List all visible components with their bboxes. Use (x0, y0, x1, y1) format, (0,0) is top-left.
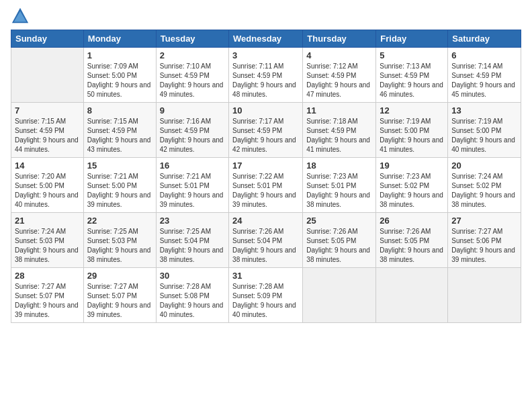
calendar-cell: 4Sunrise: 7:12 AMSunset: 4:59 PMDaylight… (303, 48, 376, 103)
day-number: 4 (306, 50, 372, 60)
logo (11, 7, 32, 26)
weekday-header-wednesday: Wednesday (229, 30, 303, 48)
day-info: Sunrise: 7:19 AMSunset: 5:00 PMDaylight:… (380, 117, 444, 154)
day-number: 21 (15, 216, 80, 226)
day-info: Sunrise: 7:15 AMSunset: 4:59 PMDaylight:… (87, 117, 152, 154)
calendar-cell: 7Sunrise: 7:15 AMSunset: 4:59 PMDaylight… (11, 103, 84, 158)
calendar-cell: 5Sunrise: 7:13 AMSunset: 4:59 PMDaylight… (376, 48, 448, 103)
calendar-cell: 22Sunrise: 7:25 AMSunset: 5:03 PMDayligh… (83, 213, 156, 268)
calendar-cell: 8Sunrise: 7:15 AMSunset: 4:59 PMDaylight… (83, 103, 156, 158)
day-info: Sunrise: 7:28 AMSunset: 5:09 PMDaylight:… (232, 282, 299, 320)
calendar-cell: 18Sunrise: 7:23 AMSunset: 5:01 PMDayligh… (303, 158, 376, 213)
calendar-cell: 21Sunrise: 7:24 AMSunset: 5:03 PMDayligh… (11, 213, 84, 268)
day-number: 30 (160, 271, 225, 281)
weekday-header-row: SundayMondayTuesdayWednesdayThursdayFrid… (11, 30, 521, 48)
day-number: 2 (160, 50, 225, 60)
calendar-cell (303, 268, 376, 323)
calendar-cell: 24Sunrise: 7:26 AMSunset: 5:04 PMDayligh… (229, 213, 303, 268)
calendar-cell: 1Sunrise: 7:09 AMSunset: 5:00 PMDaylight… (83, 48, 156, 103)
day-info: Sunrise: 7:19 AMSunset: 5:00 PMDaylight:… (451, 117, 517, 154)
weekday-header-thursday: Thursday (303, 30, 376, 48)
day-number: 18 (306, 161, 372, 171)
day-number: 16 (160, 161, 225, 171)
calendar-cell (376, 268, 448, 323)
day-number: 3 (232, 50, 299, 60)
day-number: 12 (380, 105, 444, 116)
calendar-cell: 13Sunrise: 7:19 AMSunset: 5:00 PMDayligh… (448, 103, 521, 158)
day-info: Sunrise: 7:26 AMSunset: 5:05 PMDaylight:… (306, 227, 372, 265)
day-info: Sunrise: 7:11 AMSunset: 4:59 PMDaylight:… (232, 62, 299, 99)
calendar-cell: 15Sunrise: 7:21 AMSunset: 5:00 PMDayligh… (83, 158, 156, 213)
day-info: Sunrise: 7:10 AMSunset: 4:59 PMDaylight:… (160, 62, 225, 99)
calendar-cell: 11Sunrise: 7:18 AMSunset: 4:59 PMDayligh… (303, 103, 376, 158)
calendar-cell: 25Sunrise: 7:26 AMSunset: 5:05 PMDayligh… (303, 213, 376, 268)
day-info: Sunrise: 7:14 AMSunset: 4:59 PMDaylight:… (451, 62, 517, 99)
day-info: Sunrise: 7:17 AMSunset: 4:59 PMDaylight:… (232, 117, 299, 154)
day-info: Sunrise: 7:15 AMSunset: 4:59 PMDaylight:… (15, 117, 80, 154)
day-info: Sunrise: 7:21 AMSunset: 5:00 PMDaylight:… (87, 172, 152, 210)
day-number: 28 (15, 271, 80, 281)
calendar-table: SundayMondayTuesdayWednesdayThursdayFrid… (11, 30, 521, 323)
day-info: Sunrise: 7:16 AMSunset: 4:59 PMDaylight:… (160, 117, 225, 154)
day-number: 7 (15, 105, 80, 116)
calendar-cell: 27Sunrise: 7:27 AMSunset: 5:06 PMDayligh… (448, 213, 521, 268)
day-number: 5 (380, 50, 444, 60)
week-row-4: 21Sunrise: 7:24 AMSunset: 5:03 PMDayligh… (11, 213, 521, 268)
calendar-cell (11, 48, 84, 103)
page: SundayMondayTuesdayWednesdayThursdayFrid… (0, 0, 532, 411)
calendar-cell: 12Sunrise: 7:19 AMSunset: 5:00 PMDayligh… (376, 103, 448, 158)
day-info: Sunrise: 7:25 AMSunset: 5:03 PMDaylight:… (87, 227, 152, 265)
calendar-cell: 9Sunrise: 7:16 AMSunset: 4:59 PMDaylight… (156, 103, 228, 158)
calendar-cell: 30Sunrise: 7:28 AMSunset: 5:08 PMDayligh… (156, 268, 228, 323)
calendar-cell: 29Sunrise: 7:27 AMSunset: 5:07 PMDayligh… (83, 268, 156, 323)
day-number: 20 (451, 161, 517, 171)
day-info: Sunrise: 7:27 AMSunset: 5:07 PMDaylight:… (15, 282, 80, 320)
day-info: Sunrise: 7:09 AMSunset: 5:00 PMDaylight:… (87, 62, 152, 99)
day-info: Sunrise: 7:28 AMSunset: 5:08 PMDaylight:… (160, 282, 225, 320)
day-info: Sunrise: 7:22 AMSunset: 5:01 PMDaylight:… (232, 172, 299, 210)
calendar-cell: 28Sunrise: 7:27 AMSunset: 5:07 PMDayligh… (11, 268, 84, 323)
weekday-header-friday: Friday (376, 30, 448, 48)
week-row-1: 1Sunrise: 7:09 AMSunset: 5:00 PMDaylight… (11, 48, 521, 103)
calendar-cell: 3Sunrise: 7:11 AMSunset: 4:59 PMDaylight… (229, 48, 303, 103)
weekday-header-tuesday: Tuesday (156, 30, 228, 48)
calendar-cell: 10Sunrise: 7:17 AMSunset: 4:59 PMDayligh… (229, 103, 303, 158)
day-info: Sunrise: 7:18 AMSunset: 4:59 PMDaylight:… (306, 117, 372, 154)
calendar-cell: 16Sunrise: 7:21 AMSunset: 5:01 PMDayligh… (156, 158, 228, 213)
day-number: 27 (451, 216, 517, 226)
week-row-5: 28Sunrise: 7:27 AMSunset: 5:07 PMDayligh… (11, 268, 521, 323)
day-info: Sunrise: 7:25 AMSunset: 5:04 PMDaylight:… (160, 227, 225, 265)
day-number: 23 (160, 216, 225, 226)
day-number: 29 (87, 271, 152, 281)
day-info: Sunrise: 7:23 AMSunset: 5:01 PMDaylight:… (306, 172, 372, 210)
day-number: 15 (87, 161, 152, 171)
calendar-cell: 14Sunrise: 7:20 AMSunset: 5:00 PMDayligh… (11, 158, 84, 213)
week-row-2: 7Sunrise: 7:15 AMSunset: 4:59 PMDaylight… (11, 103, 521, 158)
day-number: 14 (15, 161, 80, 171)
weekday-header-monday: Monday (83, 30, 156, 48)
day-info: Sunrise: 7:26 AMSunset: 5:04 PMDaylight:… (232, 227, 299, 265)
day-number: 31 (232, 271, 299, 281)
weekday-header-sunday: Sunday (11, 30, 84, 48)
day-number: 19 (380, 161, 444, 171)
calendar-cell: 6Sunrise: 7:14 AMSunset: 4:59 PMDaylight… (448, 48, 521, 103)
day-info: Sunrise: 7:23 AMSunset: 5:02 PMDaylight:… (380, 172, 444, 210)
calendar-cell: 31Sunrise: 7:28 AMSunset: 5:09 PMDayligh… (229, 268, 303, 323)
day-number: 17 (232, 161, 299, 171)
day-number: 26 (380, 216, 444, 226)
day-number: 6 (451, 50, 517, 60)
day-info: Sunrise: 7:20 AMSunset: 5:00 PMDaylight:… (15, 172, 80, 210)
day-number: 25 (306, 216, 372, 226)
day-number: 8 (87, 105, 152, 116)
day-number: 13 (451, 105, 517, 116)
day-number: 11 (306, 105, 372, 116)
day-info: Sunrise: 7:24 AMSunset: 5:02 PMDaylight:… (451, 172, 517, 210)
header (11, 7, 521, 26)
day-info: Sunrise: 7:27 AMSunset: 5:07 PMDaylight:… (87, 282, 152, 320)
day-info: Sunrise: 7:13 AMSunset: 4:59 PMDaylight:… (380, 62, 444, 99)
week-row-3: 14Sunrise: 7:20 AMSunset: 5:00 PMDayligh… (11, 158, 521, 213)
calendar-cell (448, 268, 521, 323)
day-number: 24 (232, 216, 299, 226)
day-number: 9 (160, 105, 225, 116)
day-info: Sunrise: 7:26 AMSunset: 5:05 PMDaylight:… (380, 227, 444, 265)
